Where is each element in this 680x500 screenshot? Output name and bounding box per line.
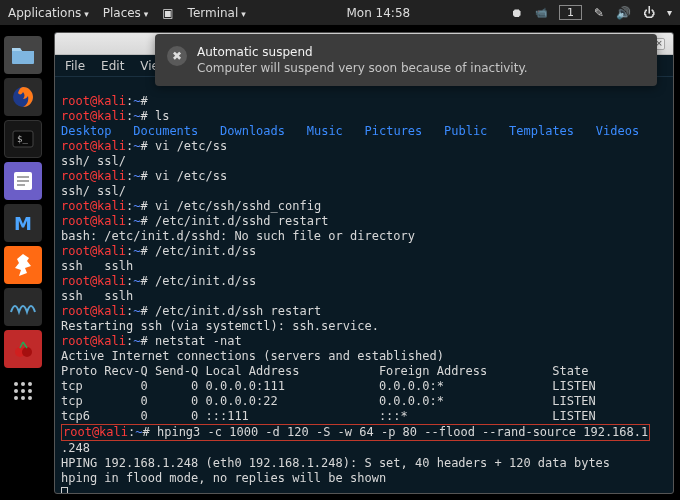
top-bar: Applications Places ▣ Terminal Mon 14:58… <box>0 0 680 25</box>
terminal-menu[interactable]: Terminal <box>188 6 246 20</box>
terminal-indicator-icon: ▣ <box>162 6 173 20</box>
clock[interactable]: Mon 14:58 <box>260 6 497 20</box>
svg-point-17 <box>28 396 32 400</box>
highlighted-command: root@kali:~# hping3 -c 1000 -d 120 -S -w… <box>61 424 650 441</box>
dock-files[interactable] <box>4 36 42 74</box>
svg-point-13 <box>21 389 25 393</box>
camera-icon[interactable]: 📹 <box>535 7 547 18</box>
dock-terminal[interactable]: $_ <box>4 120 42 158</box>
notification-body: Computer will suspend very soon because … <box>197 60 643 76</box>
menu-file[interactable]: File <box>65 59 85 73</box>
dock-wireshark[interactable] <box>4 288 42 326</box>
system-menu-icon[interactable]: ▾ <box>667 7 672 18</box>
prompt: root@kali <box>61 94 126 108</box>
svg-point-8 <box>22 347 32 357</box>
volume-icon[interactable]: 🔊 <box>616 6 631 20</box>
brush-icon[interactable]: ✎ <box>594 6 604 20</box>
svg-point-11 <box>28 382 32 386</box>
terminal-window: – ▢ × File Edit View root@kali:~# root@k… <box>54 32 674 494</box>
dock-burp[interactable] <box>4 246 42 284</box>
applications-menu[interactable]: Applications <box>8 6 89 20</box>
power-icon[interactable]: ⏻ <box>643 6 655 20</box>
menu-edit[interactable]: Edit <box>101 59 124 73</box>
svg-text:$_: $_ <box>17 134 28 144</box>
workspace-indicator[interactable]: 1 <box>559 5 582 20</box>
info-icon: ✖ <box>167 46 187 66</box>
dock-metasploit[interactable]: M <box>4 204 42 242</box>
cursor <box>61 487 68 493</box>
places-menu[interactable]: Places <box>103 6 149 20</box>
dock-cherrytree[interactable] <box>4 330 42 368</box>
svg-point-9 <box>14 382 18 386</box>
dock: $_ M <box>4 28 46 410</box>
notification-title: Automatic suspend <box>197 44 643 60</box>
svg-point-12 <box>14 389 18 393</box>
svg-point-10 <box>21 382 25 386</box>
notification-popup[interactable]: ✖ Automatic suspend Computer will suspen… <box>155 34 657 86</box>
record-icon[interactable]: ⏺ <box>511 6 523 20</box>
svg-point-16 <box>21 396 25 400</box>
terminal-output[interactable]: root@kali:~# root@kali:~# ls Desktop Doc… <box>55 77 673 493</box>
svg-point-15 <box>14 396 18 400</box>
dock-text-editor[interactable] <box>4 162 42 200</box>
dock-show-apps[interactable] <box>4 372 42 410</box>
dock-firefox[interactable] <box>4 78 42 116</box>
svg-point-14 <box>28 389 32 393</box>
